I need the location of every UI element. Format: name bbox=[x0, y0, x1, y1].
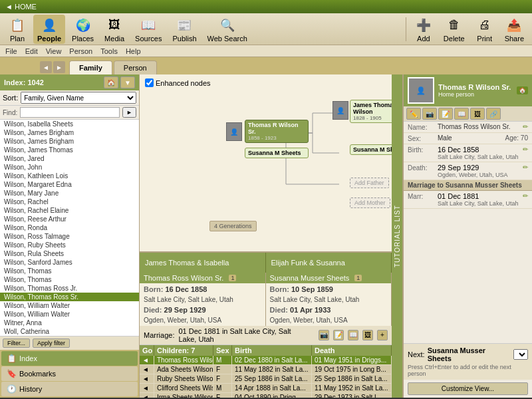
table-row[interactable]: ◄ Clifford Sheets Wilson M 14 Apr 1888 i… bbox=[140, 384, 392, 393]
marriage-source-btn[interactable]: 📖 bbox=[348, 330, 358, 340]
menu-person[interactable]: Person bbox=[69, 47, 92, 55]
list-item[interactable]: Wilson, Reese Arthur bbox=[0, 215, 139, 223]
publish-label: Publish bbox=[172, 35, 196, 43]
list-item[interactable]: Wilson, Rachel Elaine bbox=[0, 206, 139, 215]
person2-card: Susanna Musser Sheets 1 Born: 10 Sep 185… bbox=[266, 273, 392, 326]
tab-back-button[interactable]: ◄ bbox=[40, 61, 52, 73]
next-select[interactable] bbox=[513, 349, 528, 360]
list-item[interactable]: Wilson, Rula Sheets bbox=[0, 249, 139, 258]
list-item[interactable]: Wilson, Thomas Ross Jr. bbox=[0, 284, 139, 293]
list-item[interactable]: Woll, Catherina bbox=[0, 327, 139, 336]
detail-death-edit[interactable]: ✏ bbox=[523, 164, 528, 171]
detail-name-field: Name: Thomas Ross Wilson Sr. ✏ bbox=[404, 122, 532, 133]
index-home-icon[interactable]: 🏠 bbox=[104, 76, 118, 88]
table-row[interactable]: ◄ Irma Sheets Wilson F 04 Oct 1890 in Dr… bbox=[140, 393, 392, 398]
menu-file[interactable]: File bbox=[5, 47, 17, 55]
publish-button[interactable]: 📰 Publish bbox=[168, 15, 200, 44]
delete-button[interactable]: 🗑 Delete bbox=[440, 15, 469, 44]
find-input[interactable] bbox=[20, 107, 120, 118]
info-tab-james[interactable]: James Thomas & Isabella bbox=[140, 253, 266, 273]
mother-indicator-box[interactable]: Susanna M Sheets bbox=[245, 148, 309, 158]
detail-death-place: Ogden, Weber, Utah, USA bbox=[438, 172, 521, 178]
table-row[interactable]: ◄ Ruby Sheets Wilson F 25 Sep 1886 in Sa… bbox=[140, 374, 392, 384]
index-options-icon[interactable]: ▼ bbox=[120, 76, 135, 88]
detail-link-btn[interactable]: 🔗 bbox=[486, 108, 501, 120]
detail-name-edit[interactable]: ✏ bbox=[523, 123, 528, 130]
list-item[interactable]: Wilson, John bbox=[0, 163, 139, 172]
people-button[interactable]: 👤 People bbox=[33, 15, 65, 44]
list-item[interactable]: Wilson, James Brigham bbox=[0, 128, 139, 137]
detail-edit-btn[interactable]: ✏️ bbox=[406, 108, 421, 120]
sidebar-tab-index[interactable]: 📋 Index bbox=[1, 351, 138, 366]
detail-home-btn[interactable]: 🏠 bbox=[517, 86, 528, 94]
marriage-media-btn[interactable]: 🖼 bbox=[362, 330, 373, 340]
father-box[interactable]: James Thomas Wilson 1828 - 1905 🍃 bbox=[350, 100, 392, 123]
print-button[interactable]: 🖨 Print bbox=[471, 15, 498, 44]
add-button[interactable]: ➕ Add bbox=[410, 15, 437, 44]
subject-box[interactable]: Thomas R Wilson Sr. 1858 - 1923 bbox=[245, 120, 309, 143]
list-item[interactable]: Wilson, William Walter bbox=[0, 301, 139, 310]
marriage-edit-btn[interactable]: 📷 bbox=[319, 330, 329, 340]
detail-birth-edit[interactable]: ✏ bbox=[523, 146, 528, 153]
places-button[interactable]: 🌍 Places bbox=[68, 15, 98, 44]
generations-button[interactable]: 4 Generations bbox=[209, 221, 257, 231]
list-item[interactable]: Wilson, Mary Jane bbox=[0, 189, 139, 198]
list-item[interactable]: Wilson, Rachel bbox=[0, 198, 139, 206]
find-button[interactable]: ► bbox=[122, 107, 136, 118]
list-item[interactable]: Wilson, Thomas bbox=[0, 267, 139, 275]
father-dates: 1828 - 1905 bbox=[353, 115, 392, 121]
list-item[interactable]: Wilson, Jared bbox=[0, 154, 139, 163]
apply-filter-button[interactable]: Apply filter bbox=[33, 338, 70, 348]
person1-name-header: Thomas Ross Wilson Sr. bbox=[144, 274, 223, 282]
home-label[interactable]: ◄ HOME bbox=[5, 3, 37, 11]
plan-button[interactable]: 📋 Plan bbox=[4, 15, 31, 44]
media-button[interactable]: 🖼 Media bbox=[100, 15, 128, 44]
tab-person[interactable]: Person bbox=[114, 61, 157, 74]
table-row[interactable]: ◄ Thomas Ross Wilson Jr. M 02 Dec 1880 i… bbox=[140, 356, 392, 365]
list-item[interactable]: Wilson, Ruby Sheets bbox=[0, 241, 139, 249]
customize-view-button[interactable]: Customize View... bbox=[408, 382, 528, 395]
detail-birth-date: 16 Dec 1858 bbox=[438, 146, 521, 154]
list-item[interactable]: Wilson, William Walter bbox=[0, 310, 139, 319]
detail-source-btn[interactable]: 📖 bbox=[454, 108, 469, 120]
sources-button[interactable]: 📖 Sources bbox=[131, 15, 166, 44]
list-item[interactable]: Wilson, Thomas Ross Sr. bbox=[0, 293, 139, 301]
list-item[interactable]: Wilson, Sanford James bbox=[0, 258, 139, 267]
person1-born-label: Born: bbox=[144, 285, 163, 293]
menu-edit[interactable]: Edit bbox=[25, 47, 38, 55]
filter-button[interactable]: Filter... bbox=[3, 338, 30, 348]
websearch-button[interactable]: 🔍 Web Search bbox=[203, 15, 251, 44]
info-tab-elijah[interactable]: Elijah Funk & Susanna bbox=[266, 253, 392, 273]
sort-select[interactable]: Family, Given Name bbox=[21, 92, 136, 104]
sidebar-tab-bookmarks[interactable]: 🔖 Bookmarks bbox=[1, 366, 138, 381]
list-item[interactable]: Wilson, Kathleen Lois bbox=[0, 172, 139, 180]
enhanced-nodes-checkbox[interactable] bbox=[145, 78, 154, 87]
add-mother-button[interactable]: Add Mother bbox=[350, 198, 390, 208]
list-item[interactable]: Wilson, James Brigham bbox=[0, 137, 139, 146]
menu-help[interactable]: Help bbox=[126, 47, 141, 55]
table-row[interactable]: ◄ Ada Sheets Wilson F 11 May 1882 in Sal… bbox=[140, 365, 392, 374]
add-father-button[interactable]: Add Father bbox=[350, 178, 389, 188]
list-item[interactable]: Wilson, Ross Talmage bbox=[0, 232, 139, 241]
menu-view[interactable]: View bbox=[46, 47, 62, 55]
detail-marr-edit[interactable]: ✏ bbox=[523, 192, 528, 200]
tutorials-list-tab[interactable]: TUTORIALS LIST bbox=[392, 74, 402, 398]
tab-forward-button[interactable]: ► bbox=[53, 61, 65, 73]
list-item[interactable]: Wilson, Ronda bbox=[0, 223, 139, 232]
menu-tools[interactable]: Tools bbox=[100, 47, 118, 55]
tab-family[interactable]: Family bbox=[69, 61, 112, 74]
list-item[interactable]: Wilson, Margaret Edna bbox=[0, 180, 139, 189]
marriage-add-spouse-btn[interactable]: + bbox=[377, 330, 388, 340]
list-item[interactable]: Wilson, Isabella Sheets bbox=[0, 120, 139, 128]
detail-note-btn[interactable]: 📝 bbox=[438, 108, 453, 120]
sidebar-tab-history[interactable]: 🕐 History bbox=[1, 382, 138, 396]
list-item[interactable]: Witner, Anna bbox=[0, 319, 139, 327]
marriage-note-btn[interactable]: 📝 bbox=[333, 330, 344, 340]
tc-death: 29 Dec 1973 in Salt L... bbox=[312, 393, 392, 398]
share-button[interactable]: 📤 Share bbox=[501, 15, 528, 44]
subject-mother-box[interactable]: Susanna M Sheets bbox=[350, 144, 392, 155]
detail-photo-btn[interactable]: 📷 bbox=[422, 108, 437, 120]
list-item[interactable]: Wilson, Thomas bbox=[0, 275, 139, 284]
detail-media-btn[interactable]: 🖼 bbox=[470, 108, 485, 120]
list-item[interactable]: Wilson, James Thomas bbox=[0, 146, 139, 154]
